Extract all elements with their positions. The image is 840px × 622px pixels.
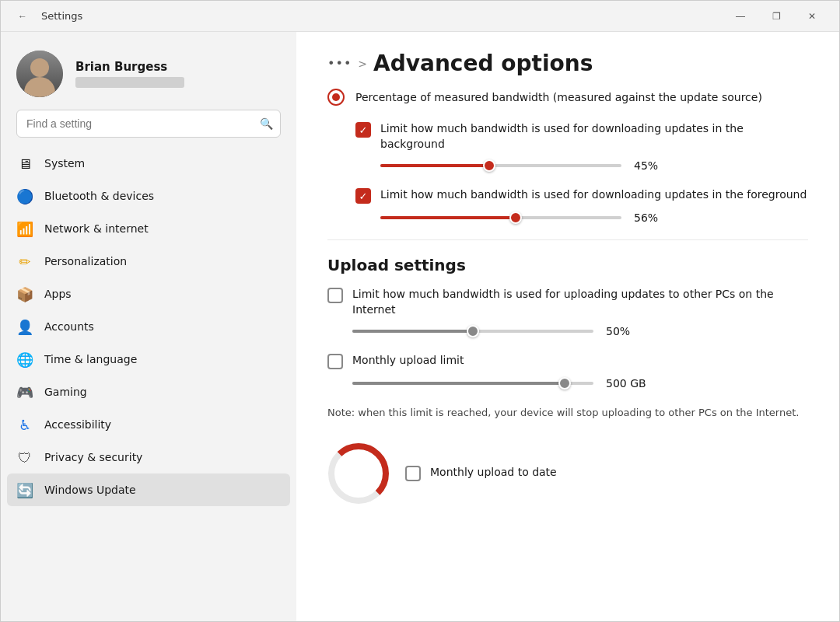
foreground-checkbox[interactable]: ✓ (355, 188, 371, 204)
upload-checkbox-row: Limit how much bandwidth is used for upl… (327, 287, 808, 317)
background-slider-fill (380, 164, 489, 167)
sidebar-item-personalization[interactable]: ✏️ Personalization (7, 245, 290, 278)
main-layout: Brian Burgess 🔍 🖥 System 🔵 Bluetooth & d… (1, 32, 839, 621)
upload-slider-value: 50% (606, 325, 645, 337)
avatar-head (30, 58, 49, 77)
breadcrumb: ••• > Advanced options (327, 51, 808, 76)
close-button[interactable]: ✕ (794, 1, 830, 32)
user-name: Brian Burgess (75, 60, 184, 74)
monthly-checkbox-label: Monthly upload limit (352, 353, 464, 369)
background-checkbox[interactable]: ✓ (355, 122, 371, 138)
upload-note: Note: when this limit is reached, your d… (327, 405, 808, 421)
upload-settings-section: Upload settings Limit how much bandwidth… (327, 256, 808, 421)
sidebar-item-time[interactable]: 🌐 Time & language (7, 343, 290, 376)
user-email-placeholder (75, 77, 184, 88)
time-icon: 🌐 (16, 351, 33, 368)
bluetooth-icon: 🔵 (16, 187, 33, 204)
monthly-slider-thumb[interactable] (558, 377, 571, 390)
avatar-image (16, 51, 63, 97)
sidebar-item-label-gaming: Gaming (44, 386, 87, 398)
back-button[interactable]: ← (10, 1, 35, 32)
foreground-checkbox-row: ✓ Limit how much bandwidth is used for d… (355, 187, 808, 204)
sidebar-item-accessibility[interactable]: ♿ Accessibility (7, 408, 290, 441)
upload-checkbox[interactable] (327, 288, 343, 303)
windows-update-icon: 🔄 (16, 481, 33, 498)
personalization-icon: ✏️ (16, 253, 33, 270)
foreground-download-block: ✓ Limit how much bandwidth is used for d… (355, 187, 808, 224)
radio-dot (332, 93, 340, 101)
breadcrumb-separator: > (358, 58, 367, 70)
minimize-button[interactable]: — (723, 1, 758, 32)
sidebar-item-label-accessibility: Accessibility (44, 418, 111, 431)
avatar (16, 51, 63, 97)
search-icon: 🔍 (260, 117, 273, 130)
background-slider-track[interactable] (380, 164, 621, 167)
user-section: Brian Burgess (1, 32, 296, 110)
foreground-slider-value: 56% (634, 211, 673, 224)
sidebar-item-bluetooth[interactable]: 🔵 Bluetooth & devices (7, 180, 290, 212)
foreground-slider-row: 56% (380, 211, 808, 224)
sidebar: Brian Burgess 🔍 🖥 System 🔵 Bluetooth & d… (1, 32, 296, 621)
monthly-checkbox[interactable] (327, 354, 343, 369)
background-slider-thumb[interactable] (483, 159, 495, 172)
monthly-slider-value: 500 GB (606, 377, 653, 390)
monthly-to-date-row: Monthly upload to date (405, 466, 557, 481)
upload-slider-fill (352, 330, 473, 333)
upload-slider-thumb[interactable] (467, 325, 479, 337)
sidebar-item-gaming[interactable]: 🎮 Gaming (7, 376, 290, 408)
monthly-slider-row: 500 GB (352, 377, 808, 390)
sidebar-item-accounts[interactable]: 👤 Accounts (7, 310, 290, 343)
sidebar-item-network[interactable]: 📶 Network & internet (7, 212, 290, 245)
sidebar-item-label-privacy: Privacy & security (44, 451, 142, 463)
monthly-slider-track[interactable] (352, 382, 593, 385)
search-input[interactable] (16, 110, 281, 138)
sidebar-item-windows-update[interactable]: 🔄 Windows Update (7, 473, 290, 506)
sidebar-item-label-windows-update: Windows Update (44, 484, 136, 496)
monthly-upload-info: Monthly upload to date (405, 466, 557, 481)
monthly-to-date-checkbox[interactable] (405, 466, 421, 481)
monthly-checkbox-row: Monthly upload limit (327, 353, 808, 369)
maximize-button[interactable]: ❐ (758, 1, 794, 32)
upload-slider-track[interactable] (352, 330, 593, 333)
checkmark-icon: ✓ (359, 124, 368, 136)
checkmark-icon-2: ✓ (359, 190, 368, 202)
titlebar-left: ← Settings (10, 1, 82, 32)
sidebar-item-apps[interactable]: 📦 Apps (7, 278, 290, 310)
foreground-slider-thumb[interactable] (509, 211, 522, 224)
upload-section-title: Upload settings (327, 256, 808, 274)
monthly-limit-block: Monthly upload limit 500 GB (327, 353, 808, 390)
privacy-icon: 🛡 (16, 449, 33, 466)
monthly-upload-to-date-section: Monthly upload to date (327, 442, 808, 505)
network-icon: 📶 (16, 220, 33, 237)
background-checkbox-label: Limit how much bandwidth is used for dow… (380, 121, 808, 152)
sidebar-item-label-time: Time & language (44, 353, 137, 365)
upload-bandwidth-block: Limit how much bandwidth is used for upl… (327, 287, 808, 337)
sidebar-item-label-apps: Apps (44, 288, 72, 300)
titlebar: ← Settings — ❐ ✕ (1, 1, 839, 32)
accounts-icon: 👤 (16, 318, 33, 335)
sidebar-item-label-bluetooth: Bluetooth & devices (44, 190, 154, 202)
system-icon: 🖥 (16, 155, 33, 172)
monthly-slider-fill (352, 382, 565, 385)
user-info: Brian Burgess (75, 60, 184, 88)
divider (327, 239, 808, 240)
avatar-body (24, 77, 55, 97)
radio-label-measured: Percentage of measured bandwidth (measur… (355, 91, 762, 103)
background-checkbox-row: ✓ Limit how much bandwidth is used for d… (355, 121, 808, 152)
page-title: Advanced options (373, 51, 593, 76)
sidebar-item-system[interactable]: 🖥 System (7, 147, 290, 180)
sidebar-item-privacy[interactable]: 🛡 Privacy & security (7, 441, 290, 473)
app-title: Settings (41, 10, 82, 22)
foreground-slider-track[interactable] (380, 216, 621, 219)
monthly-to-date-label: Monthly upload to date (430, 466, 557, 478)
settings-window: ← Settings — ❐ ✕ Brian Burgess (0, 0, 840, 622)
foreground-slider-fill (380, 216, 516, 219)
gaming-icon: 🎮 (16, 383, 33, 400)
background-slider-value: 45% (634, 159, 673, 172)
monthly-pie-chart (327, 442, 390, 505)
pie-svg (327, 442, 390, 505)
radio-option-measured[interactable]: Percentage of measured bandwidth (measur… (327, 89, 808, 106)
radio-button-measured[interactable] (327, 89, 345, 106)
upload-checkbox-label: Limit how much bandwidth is used for upl… (352, 287, 808, 317)
content-area: ••• > Advanced options Percentage of mea… (296, 32, 839, 621)
